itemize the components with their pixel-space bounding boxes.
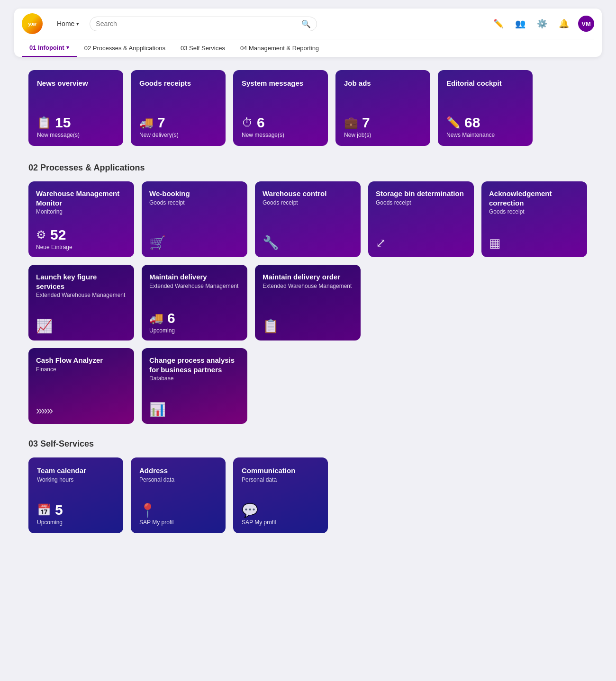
card-subtitle: Finance <box>36 366 127 373</box>
card-title: Communication <box>242 466 319 475</box>
card-count: 5 <box>55 502 63 518</box>
bell-icon[interactable]: 🔔 <box>556 16 571 31</box>
card-subtitle: Goods receipt <box>376 199 466 206</box>
card-subtitle: Working hours <box>37 476 115 483</box>
card-subtitle: Goods receipt <box>489 208 580 215</box>
card-subtitle: Extended Warehouse Management <box>263 283 353 289</box>
card-bottom: 💼 7 New job(s) <box>344 115 422 138</box>
card-label: Upcoming <box>37 519 115 526</box>
clock-icon: ⏱ <box>242 116 253 129</box>
nav-item-management-label: 04 Management & Reporting <box>240 45 319 52</box>
chart-icon: 📈 <box>36 319 53 333</box>
card-team-calendar[interactable]: Team calendar Working hours 📅 5 Upcoming <box>28 457 123 533</box>
nav-item-management[interactable]: 04 Management & Reporting <box>233 40 326 56</box>
card-label: SAP My profil <box>139 519 217 526</box>
truck-icon: 🚚 <box>149 312 163 325</box>
card-count: 68 <box>464 115 480 131</box>
card-bottom: ✏️ 68 News Maintenance <box>446 115 524 138</box>
card-launch-key[interactable]: Launch key figure services Extended Ware… <box>28 265 134 340</box>
card-title: Team calendar <box>37 466 115 475</box>
card-warehouse-monitor[interactable]: Warehouse Management Monitor Monitoring … <box>28 181 134 257</box>
card-title: Maintain delivery order <box>263 272 353 282</box>
card-count: 15 <box>55 115 71 131</box>
search-icon[interactable]: 🔍 <box>301 19 311 28</box>
card-count: 6 <box>167 310 175 326</box>
nav-icons: ✏️ 👥 ⚙️ 🔔 VM <box>491 16 594 32</box>
gear-icon: ⚙ <box>36 228 46 242</box>
analytics-icon: 📊 <box>149 402 166 417</box>
card-subtitle: Goods receipt <box>149 199 240 206</box>
card-bottom: ⏱ 6 New message(s) <box>242 115 319 138</box>
card-label: SAP My profil <box>242 519 319 526</box>
card-editorial-cockpit[interactable]: Editorial cockpit ✏️ 68 News Maintenance <box>438 70 533 146</box>
nav-item-infopoint-label: 01 Infopoint <box>29 44 64 51</box>
card-warehouse-control[interactable]: Warehouse control Goods receipt 🔧 <box>255 181 361 257</box>
card-communication[interactable]: Communication Personal data 💬 SAP My pro… <box>233 457 328 533</box>
card-title: Address <box>139 466 217 475</box>
card-system-messages[interactable]: System messages ⏱ 6 New message(s) <box>233 70 328 146</box>
card-count: 7 <box>157 115 165 131</box>
card-cash-flow[interactable]: Cash Flow Analyzer Finance »»» <box>28 348 134 424</box>
calendar-icon: 📅 <box>37 503 51 517</box>
card-title: System messages <box>242 79 319 88</box>
card-title: Acknowledgement correction <box>489 189 580 207</box>
avatar[interactable]: VM <box>578 16 594 32</box>
card-maintain-delivery-order[interactable]: Maintain delivery order Extended Warehou… <box>255 265 361 340</box>
card-title: We-booking <box>149 189 240 198</box>
nav-item-processes-label: 02 Processes & Anpplications <box>84 45 165 52</box>
process-grid-row2: Launch key figure services Extended Ware… <box>28 265 588 340</box>
process-grid-row3: Cash Flow Analyzer Finance »»» Change pr… <box>28 348 588 424</box>
truck-icon: 🚚 <box>139 116 154 129</box>
card-label: New message(s) <box>37 132 115 138</box>
nav-item-processes[interactable]: 02 Processes & Anpplications <box>77 40 173 56</box>
clipboard-icon: 📋 <box>263 319 279 333</box>
self-services-section-title: 03 Self-Services <box>28 439 588 449</box>
card-count: 52 <box>50 227 66 243</box>
card-news-overview[interactable]: News overview 📋 15 New message(s) <box>28 70 123 146</box>
card-change-process[interactable]: Change process analysis for business par… <box>142 348 247 424</box>
nav-bottom: 01 Infopoint ▾ 02 Processes & Anpplicati… <box>22 39 594 57</box>
card-subtitle: Extended Warehouse Management <box>36 292 127 298</box>
home-button[interactable]: Home ▾ <box>52 17 84 30</box>
card-title: Job ads <box>344 79 422 88</box>
person-icon[interactable]: 👥 <box>513 16 528 31</box>
card-title: Editorial cockpit <box>446 79 524 88</box>
home-label: Home <box>57 20 74 27</box>
card-job-ads[interactable]: Job ads 💼 7 New job(s) <box>335 70 430 146</box>
card-subtitle: Monitoring <box>36 208 127 215</box>
search-bar: 🔍 <box>90 17 317 31</box>
card-label: Upcoming <box>149 327 240 334</box>
processes-section-title: 02 Processes & Applications <box>28 163 588 173</box>
nav-top: your your Logo Home ▾ 🔍 ✏️ 👥 ⚙️ 🔔 VM <box>22 9 594 39</box>
card-title: Warehouse Management Monitor <box>36 189 127 207</box>
card-count: 6 <box>257 115 265 131</box>
card-acknowledgement[interactable]: Acknowledgement correction Goods receipt… <box>481 181 587 257</box>
card-title: Launch key figure services <box>36 272 127 291</box>
chevron-down-icon-infopoint: ▾ <box>66 45 69 51</box>
search-input[interactable] <box>96 20 298 27</box>
card-goods-receipts[interactable]: Goods receipts 🚚 7 New delivery(s) <box>131 70 226 146</box>
location-icon: 📍 <box>139 503 156 518</box>
card-subtitle: Goods receipt <box>263 199 353 206</box>
self-service-cards: Team calendar Working hours 📅 5 Upcoming… <box>28 457 588 533</box>
card-title: Goods receipts <box>139 79 217 88</box>
process-grid-row1: Warehouse Management Monitor Monitoring … <box>28 181 588 257</box>
card-address[interactable]: Address Personal data 📍 SAP My profil <box>131 457 226 533</box>
card-label: New message(s) <box>242 132 319 138</box>
pencil-icon: ✏️ <box>446 116 461 129</box>
card-storage-bin[interactable]: Storage bin determination Goods receipt … <box>368 181 474 257</box>
card-we-booking[interactable]: We-booking Goods receipt 🛒 <box>142 181 247 257</box>
card-maintain-delivery[interactable]: Maintain delivery Extended Warehouse Man… <box>142 265 247 340</box>
card-subtitle: Database <box>149 375 240 382</box>
card-title: Warehouse control <box>263 189 353 198</box>
edit-icon[interactable]: ✏️ <box>491 16 506 31</box>
nav-item-self-label: 03 Self Services <box>181 45 225 52</box>
nav-item-self[interactable]: 03 Self Services <box>173 40 233 56</box>
card-subtitle: Personal data <box>139 476 217 483</box>
card-label: New job(s) <box>344 132 422 138</box>
settings-icon[interactable]: ⚙️ <box>534 16 550 31</box>
nav-item-infopoint[interactable]: 01 Infopoint ▾ <box>22 39 77 57</box>
chevron-down-icon: ▾ <box>76 21 79 27</box>
logo[interactable]: your your Logo <box>22 13 43 34</box>
news-icon: 📋 <box>37 116 51 129</box>
